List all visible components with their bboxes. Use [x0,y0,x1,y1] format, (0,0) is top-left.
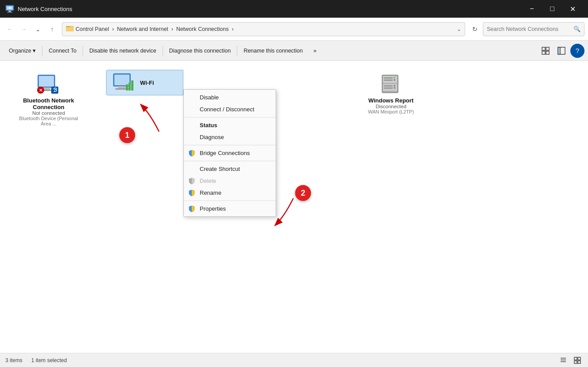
app-icon [5,4,14,13]
svg-rect-34 [384,79,393,81]
windows-report-name: Windows Report [368,97,414,104]
organize-button[interactable]: Organize ▾ [4,43,41,59]
connection-item-windows-report[interactable]: Windows Report Disconnected WAN Miniport… [351,70,431,344]
ctx-disable[interactable]: Disable [184,91,276,103]
toolbar-separator-3 [163,45,163,56]
window-controls: − □ ✕ [522,0,583,18]
connect-to-button[interactable]: Connect To [43,43,82,59]
svg-rect-44 [574,357,577,360]
help-icon: ? [576,47,579,54]
svg-rect-27 [129,83,131,91]
content-area: ✕ ℬ Bluetooth Network Connection Not con… [0,61,588,353]
diagnose-button[interactable]: Diagnose this connection [164,43,236,59]
svg-rect-45 [578,357,580,360]
grid-view-button[interactable] [572,355,583,366]
rename-button[interactable]: Rename this connection [238,43,308,59]
close-button[interactable]: ✕ [562,0,583,18]
ctx-delete: Delete [184,175,276,187]
connection-item-bluetooth[interactable]: ✕ ℬ Bluetooth Network Connection Not con… [9,70,88,344]
back-button[interactable]: ← [4,23,16,35]
ctx-connect[interactable]: Connect / Disconnect [184,103,276,115]
wifi-name: Wi-Fi [140,79,154,86]
windows-report-icon [377,73,405,95]
windows-report-status: Disconnected [368,104,414,109]
toolbar-right: ? [539,44,584,58]
disable-button[interactable]: Disable this network device [84,43,161,59]
svg-rect-9 [542,51,545,54]
folder-icon [66,25,74,34]
ctx-shortcut[interactable]: Create Shortcut [184,163,276,175]
bluetooth-status: Not connected [14,110,83,116]
svg-rect-26 [126,84,128,91]
selected-count: 1 item selected [31,357,67,363]
svg-rect-2 [8,11,11,12]
minimize-button[interactable]: − [522,0,542,18]
recent-button[interactable]: ⌄ [32,23,44,35]
wifi-icon-container [112,73,137,92]
ctx-status[interactable]: Status [184,119,276,131]
items-count: 3 items [5,357,23,363]
svg-rect-8 [546,47,549,50]
svg-rect-46 [574,361,577,363]
up-button[interactable]: ↑ [46,23,58,35]
connection-item-wifi[interactable]: Wi-Fi [106,70,183,95]
svg-point-37 [394,77,395,79]
list-view-button[interactable] [558,355,569,366]
windows-report-type: WAN Miniport (L2TP) [368,109,414,114]
bluetooth-info: Bluetooth Network Connection Not connect… [14,97,83,126]
wifi-info: Wi-Fi [140,79,154,86]
svg-rect-47 [578,361,580,363]
more-button[interactable]: » [308,43,322,59]
svg-rect-33 [384,77,393,79]
svg-rect-24 [118,86,126,88]
ctx-sep-1 [184,117,276,117]
help-button[interactable]: ? [570,44,584,58]
forward-button[interactable]: → [18,23,30,35]
address-dropdown[interactable]: ⌄ [457,26,461,32]
search-icon: 🔍 [573,26,580,32]
context-menu: Disable Connect / Disconnect Status Diag… [183,89,276,217]
refresh-button[interactable]: ↻ [469,23,481,35]
toolbar-separator-2 [83,45,83,56]
annotation-1: 1 [119,127,135,143]
bluetooth-type: Bluetooth Device (Personal Area ... [14,116,83,126]
svg-rect-10 [546,51,549,54]
svg-rect-6 [66,27,74,31]
ctx-diagnose[interactable]: Diagnose [184,131,276,143]
svg-point-38 [394,79,395,81]
arrow-1 [133,96,177,136]
search-box: 🔍 [483,22,584,36]
view-button[interactable] [539,44,553,58]
search-input[interactable] [487,26,571,32]
svg-rect-35 [384,85,393,87]
toolbar-separator-4 [237,45,237,56]
svg-text:ℬ: ℬ [53,87,57,93]
svg-point-39 [394,85,395,87]
maximize-button[interactable]: □ [542,0,562,18]
ctx-bridge[interactable]: Bridge Connections [184,147,276,159]
ctx-sep-3 [184,161,276,161]
address-bar: ← → ⌄ ↑ Control Panel › Network and Inte… [0,18,588,41]
toolbar-separator-1 [42,45,42,56]
ctx-rename[interactable]: Rename 2 [184,187,276,199]
ctx-sep-2 [184,145,276,145]
address-path: Control Panel › Network and Internet › N… [76,26,455,32]
wifi-section: 1 [106,70,183,344]
address-box[interactable]: Control Panel › Network and Internet › N… [62,22,465,36]
annotation-2: 2 [295,185,311,201]
status-bar-right [558,355,583,366]
bluetooth-icon: ✕ ℬ [34,73,63,95]
svg-rect-28 [131,80,133,91]
toolbar: Organize ▾ Connect To Disable this netwo… [0,41,588,61]
svg-text:✕: ✕ [39,88,42,93]
title-bar: Network Connections − □ ✕ [0,0,588,18]
svg-rect-23 [114,75,129,85]
windows-report-info: Windows Report Disconnected WAN Miniport… [368,97,414,114]
svg-rect-7 [542,47,545,50]
svg-rect-12 [558,47,560,54]
svg-rect-36 [384,87,393,89]
svg-rect-3 [7,12,12,13]
status-bar: 3 items 1 item selected [0,353,588,367]
ctx-properties[interactable]: Properties [184,203,276,215]
pane-button[interactable] [554,44,569,58]
